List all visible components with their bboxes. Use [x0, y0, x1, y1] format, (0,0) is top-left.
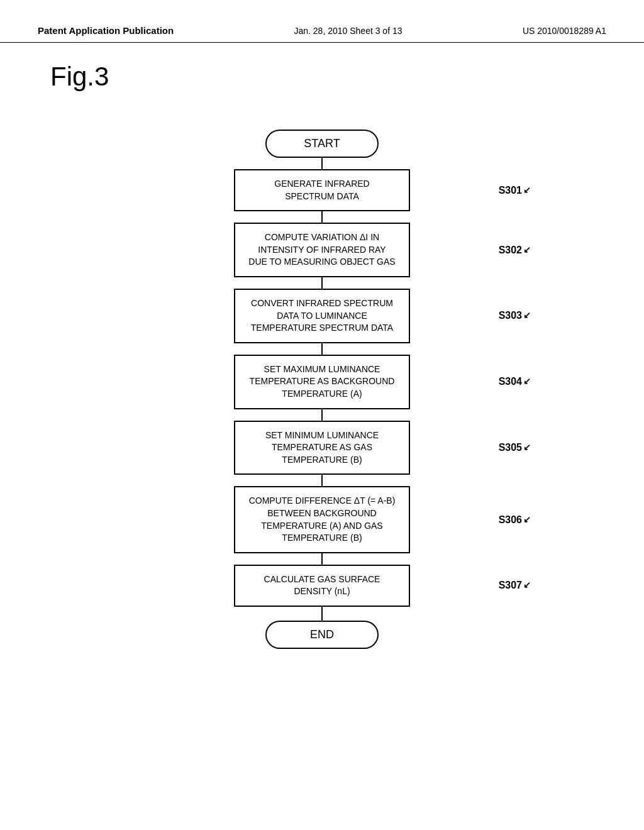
step-s306-text: COMPUTE DIFFERENCE ΔT (= A-B)BETWEEN BAC… [249, 495, 396, 543]
step-s302-id: S302 [499, 245, 522, 256]
step-s307-text: CALCULATE GAS SURFACEDENSITY (nL) [264, 574, 380, 597]
step-s301-id: S301 [499, 185, 522, 196]
step-s302-label: S302↙ [499, 245, 531, 256]
step-s307-box: CALCULATE GAS SURFACEDENSITY (nL) [234, 565, 410, 607]
step-s301-label: S301↙ [499, 185, 531, 196]
step-s304-tick: ↙ [523, 376, 531, 386]
step-s305-box: SET MINIMUM LUMINANCETEMPERATURE AS GAST… [234, 421, 410, 475]
end-node: END [265, 621, 379, 649]
step-s303-row: CONVERT INFRARED SPECTRUMDATA TO LUMINAN… [0, 289, 644, 343]
publication-label: Patent Application Publication [38, 25, 174, 36]
connector-line [321, 475, 323, 486]
step-s304-row: SET MAXIMUM LUMINANCETEMPERATURE AS BACK… [0, 355, 644, 409]
step-s303-label: S303↙ [499, 310, 531, 321]
step-s304-label: S304↙ [499, 376, 531, 387]
connector-line [321, 211, 323, 223]
step-s305-row: SET MINIMUM LUMINANCETEMPERATURE AS GAST… [0, 421, 644, 475]
step-s306-tick: ↙ [523, 514, 531, 524]
step-s306-id: S306 [499, 514, 522, 526]
step-s303-tick: ↙ [523, 310, 531, 320]
step-s305-text: SET MINIMUM LUMINANCETEMPERATURE AS GAST… [265, 430, 379, 465]
step-s306-row: COMPUTE DIFFERENCE ΔT (= A-B)BETWEEN BAC… [0, 486, 644, 553]
connector-line [321, 158, 323, 169]
step-s304-box: SET MAXIMUM LUMINANCETEMPERATURE AS BACK… [234, 355, 410, 409]
page: Patent Application Publication Jan. 28, … [0, 0, 644, 830]
connector-line [321, 607, 323, 621]
step-s303-text: CONVERT INFRARED SPECTRUMDATA TO LUMINAN… [251, 298, 393, 333]
step-s306-box: COMPUTE DIFFERENCE ΔT (= A-B)BETWEEN BAC… [234, 486, 410, 553]
step-s302-tick: ↙ [523, 245, 531, 255]
date-sheet-label: Jan. 28, 2010 Sheet 3 of 13 [294, 26, 402, 36]
start-node: START [265, 130, 379, 158]
step-s307-row: CALCULATE GAS SURFACEDENSITY (nL) S307↙ [0, 565, 644, 607]
connector-line [321, 343, 323, 355]
step-s307-tick: ↙ [523, 580, 531, 590]
patent-number-label: US 2010/0018289 A1 [523, 26, 606, 36]
step-s305-label: S305↙ [499, 442, 531, 453]
step-s303-id: S303 [499, 310, 522, 321]
figure-label: Fig.3 [0, 43, 644, 98]
connector-line [321, 553, 323, 565]
step-s306-label: S306↙ [499, 514, 531, 526]
header: Patent Application Publication Jan. 28, … [0, 0, 644, 43]
step-s304-id: S304 [499, 376, 522, 387]
step-s307-label: S307↙ [499, 580, 531, 591]
flowchart: START GENERATE INFRAREDSPECTRUM DATA S30… [0, 111, 644, 674]
step-s302-text: COMPUTE VARIATION ΔI ININTENSITY OF INFR… [248, 232, 395, 267]
step-s301-tick: ↙ [523, 185, 531, 195]
step-s303-box: CONVERT INFRARED SPECTRUMDATA TO LUMINAN… [234, 289, 410, 343]
step-s305-tick: ↙ [523, 442, 531, 452]
step-s301-row: GENERATE INFRAREDSPECTRUM DATA S301↙ [0, 169, 644, 211]
step-s302-row: COMPUTE VARIATION ΔI ININTENSITY OF INFR… [0, 223, 644, 277]
step-s304-text: SET MAXIMUM LUMINANCETEMPERATURE AS BACK… [250, 364, 395, 399]
step-s305-id: S305 [499, 442, 522, 453]
connector-line [321, 409, 323, 421]
step-s301-box: GENERATE INFRAREDSPECTRUM DATA [234, 169, 410, 211]
step-s302-box: COMPUTE VARIATION ΔI ININTENSITY OF INFR… [234, 223, 410, 277]
step-s301-text: GENERATE INFRAREDSPECTRUM DATA [274, 179, 369, 201]
step-s307-id: S307 [499, 580, 522, 591]
connector-line [321, 277, 323, 289]
